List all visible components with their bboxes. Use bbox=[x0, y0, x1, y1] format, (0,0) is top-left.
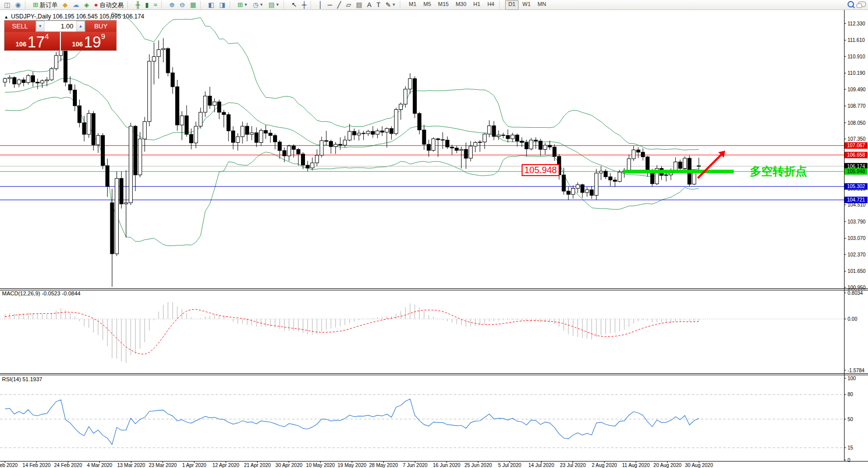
timeframe-mn-button[interactable]: MN bbox=[535, 0, 549, 10]
tile-windows-icon[interactable]: ▦ bbox=[188, 0, 198, 10]
candle-body bbox=[17, 80, 20, 84]
zoom-in-icon[interactable]: ⊕ bbox=[167, 0, 177, 10]
line-chart-icon[interactable]: ≈ bbox=[152, 0, 159, 10]
date-tick-label: 25 Jun 2020 bbox=[464, 463, 492, 468]
chat-icon[interactable] bbox=[858, 1, 866, 7]
candle-body bbox=[8, 77, 11, 78]
candle-body bbox=[530, 140, 533, 149]
rsi-pane[interactable] bbox=[0, 395, 844, 448]
candle-body bbox=[12, 77, 16, 84]
candle-body bbox=[511, 135, 514, 139]
fibonacci-icon[interactable]: ▤ bbox=[354, 0, 364, 10]
timeframe-h1-button[interactable]: H1 bbox=[470, 0, 483, 10]
price-badge-text: 106.174 bbox=[847, 164, 866, 169]
new-chart-window-icon[interactable]: ◫ bbox=[2, 0, 12, 10]
timeframe-h4-button[interactable]: H4 bbox=[484, 0, 497, 10]
chart-area[interactable]: 105.948多空转折点MACD(12,26,9) -0.0523 -0.084… bbox=[0, 0, 868, 468]
text-label-icon[interactable]: T bbox=[374, 0, 382, 10]
date-scale[interactable]: 5 Feb 202014 Feb 202024 Feb 20204 Mar 20… bbox=[0, 462, 713, 468]
bar-chart-icon[interactable]: ╫ bbox=[133, 0, 142, 10]
collapse-triangle-icon[interactable]: ▲ bbox=[4, 14, 8, 19]
candle-body bbox=[278, 142, 282, 151]
red-up-arrow[interactable] bbox=[698, 153, 723, 178]
candle-body bbox=[450, 147, 454, 148]
candlestick-chart-icon[interactable]: ▮ bbox=[143, 0, 151, 10]
metaeditor-icon[interactable]: ◆ bbox=[61, 0, 70, 10]
date-tick-label: 1 Apr 2020 bbox=[182, 463, 207, 468]
candle-body bbox=[413, 79, 416, 114]
cursor-icon-glyph: ↖ bbox=[291, 1, 297, 9]
price-tick-label: 107.350 bbox=[848, 136, 866, 142]
one-click-trade-panel: SELL ▼ 1.00 ▲ BUY 106 17 4 106 19 9 bbox=[4, 20, 117, 51]
candle-body bbox=[594, 173, 598, 196]
candle-body bbox=[301, 154, 305, 165]
timeframe-m1-button[interactable]: M1 bbox=[406, 0, 419, 10]
text-icon[interactable]: A bbox=[365, 0, 374, 10]
zoom-out-icon[interactable]: ⊖ bbox=[178, 0, 187, 10]
crosshair-icon[interactable]: ┼ bbox=[300, 0, 308, 10]
candle-body bbox=[483, 134, 486, 142]
toolbar-separator bbox=[230, 1, 234, 8]
horizontal-line-icon[interactable]: ─ bbox=[325, 0, 334, 10]
price-badge-text: 107.067 bbox=[847, 143, 866, 148]
green-turning-point-bar[interactable] bbox=[623, 170, 734, 173]
add-indicator-button[interactable]: ⊞▼ bbox=[236, 0, 250, 10]
equidistant-channel-icon[interactable]: ▱ bbox=[344, 0, 353, 10]
buy-price-button[interactable]: 106 19 9 bbox=[61, 32, 116, 50]
rsi-scale-label: 50 bbox=[848, 417, 854, 422]
sell-price-button[interactable]: 106 17 4 bbox=[4, 32, 60, 50]
arrows-button[interactable]: ✎▼ bbox=[383, 0, 398, 10]
candle-body bbox=[143, 122, 146, 139]
navigator-icon[interactable]: ◨ bbox=[217, 0, 227, 10]
candle-body bbox=[269, 133, 272, 136]
main-price-pane[interactable]: 105.948多空转折点 bbox=[0, 13, 844, 287]
trendline-icon[interactable]: ╱ bbox=[335, 0, 343, 10]
profiles-icon[interactable]: ◉ bbox=[13, 0, 22, 10]
timeframe-w1-button[interactable]: W1 bbox=[520, 0, 534, 10]
periods-button-dropdown-icon[interactable]: ▼ bbox=[260, 1, 264, 9]
price-tick-label: 110.190 bbox=[848, 70, 866, 76]
vertical-line-icon[interactable]: │ bbox=[316, 0, 324, 10]
signals-icon[interactable]: ◈ bbox=[82, 0, 91, 10]
candle-body bbox=[264, 130, 268, 133]
timeframe-m15-button[interactable]: M15 bbox=[435, 0, 452, 10]
date-tick-label: 30 Aug 2020 bbox=[685, 463, 713, 468]
buy-price-pip: 9 bbox=[101, 32, 105, 40]
candle-body bbox=[218, 102, 221, 112]
candle-body bbox=[585, 190, 589, 193]
autotrading-button[interactable]: ●自动交易 bbox=[92, 0, 126, 10]
timeframe-m30-button[interactable]: M30 bbox=[453, 0, 469, 10]
volume-input[interactable]: 1.00 bbox=[44, 21, 76, 31]
cursor-icon[interactable]: ↖ bbox=[289, 0, 299, 10]
templates-button-dropdown-icon[interactable]: ▼ bbox=[276, 1, 280, 9]
turning-point-annotation[interactable]: 多空转折点 bbox=[750, 165, 807, 178]
add-indicator-button-dropdown-icon[interactable]: ▼ bbox=[244, 1, 248, 9]
arrows-glyph: ✎ bbox=[385, 1, 391, 9]
community-icon[interactable]: ☁ bbox=[71, 0, 81, 10]
candle-body bbox=[674, 162, 677, 171]
new-order-button[interactable]: ⊞新订单 bbox=[31, 0, 60, 10]
search-icon[interactable] bbox=[848, 1, 854, 7]
macd-pane[interactable] bbox=[0, 302, 844, 363]
volume-down-button[interactable]: ▼ bbox=[36, 21, 44, 31]
volume-up-button[interactable]: ▲ bbox=[76, 21, 85, 31]
toolbar-separator bbox=[161, 1, 165, 8]
date-tick-label: 23 Jul 2020 bbox=[560, 463, 586, 468]
candle-body bbox=[227, 115, 230, 131]
sell-button[interactable]: SELL bbox=[4, 20, 35, 32]
candle-body bbox=[329, 141, 333, 147]
data-window-icon[interactable]: ◧ bbox=[206, 0, 216, 10]
price-scale[interactable]: 112.330111.610110.910110.190109.490108.7… bbox=[844, 21, 868, 463]
price-tick-label: 108.050 bbox=[848, 120, 866, 126]
candle-body bbox=[497, 135, 500, 137]
candle-body bbox=[208, 96, 212, 106]
templates-button[interactable]: ▤▼ bbox=[267, 0, 282, 10]
candle-body bbox=[636, 150, 640, 152]
periods-button[interactable]: ◷▼ bbox=[251, 0, 265, 10]
arrows-button-dropdown-icon[interactable]: ▼ bbox=[392, 1, 396, 9]
pane-separators bbox=[0, 10, 868, 462]
timeframe-m5-button[interactable]: M5 bbox=[420, 0, 434, 10]
timeframe-d1-button[interactable]: D1 bbox=[505, 0, 518, 10]
candle-body bbox=[204, 96, 207, 113]
buy-button[interactable]: BUY bbox=[85, 20, 116, 32]
